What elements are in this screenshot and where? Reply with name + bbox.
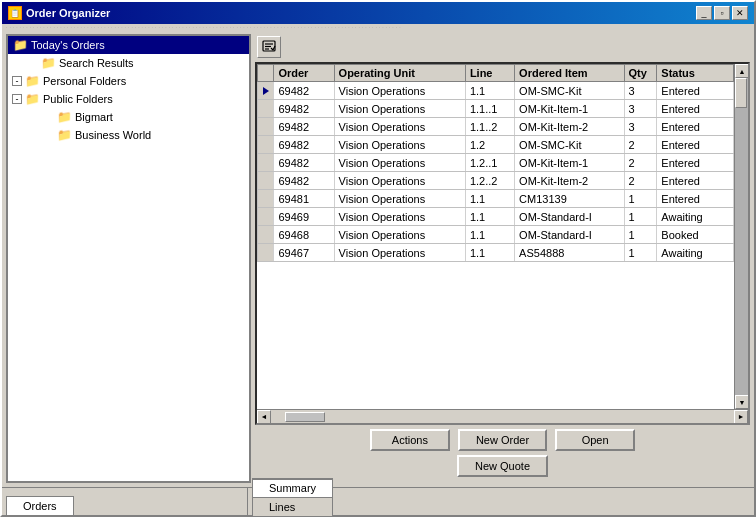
cell-qty: 1	[624, 208, 657, 226]
tree-label-bigmart: Bigmart	[75, 111, 113, 123]
cell-ordered-item: AS54888	[515, 244, 624, 262]
scroll-track[interactable]	[735, 78, 748, 395]
restore-button[interactable]: ▫	[714, 6, 730, 20]
cell-ordered-item: CM13139	[515, 190, 624, 208]
left-tab-area: Orders	[2, 488, 247, 515]
cell-operating-unit: Vision Operations	[334, 190, 465, 208]
table-row[interactable]: 69482Vision Operations1.1OM-SMC-Kit3Ente…	[258, 82, 734, 100]
table-row[interactable]: 69482Vision Operations1.2OM-SMC-Kit2Ente…	[258, 136, 734, 154]
folder-icon-business-world: 📁	[56, 128, 72, 142]
cell-line: 1.1	[465, 208, 514, 226]
tree-item-search-results[interactable]: 📁Search Results	[8, 54, 249, 72]
cell-status: Awaiting	[657, 244, 734, 262]
cell-operating-unit: Vision Operations	[334, 172, 465, 190]
row-selector-0	[258, 82, 274, 100]
bottom-area: Orders SummaryLines	[2, 487, 754, 515]
tree-expand-personal-folders[interactable]: -	[12, 76, 22, 86]
title-bar-controls: _ ▫ ✕	[696, 6, 748, 20]
row-selector-3	[258, 136, 274, 154]
cell-qty: 2	[624, 136, 657, 154]
row-selector-6	[258, 190, 274, 208]
cell-qty: 2	[624, 172, 657, 190]
cell-qty: 3	[624, 82, 657, 100]
cell-qty: 1	[624, 226, 657, 244]
table-container: OrderOperating UnitLineOrdered ItemQtySt…	[255, 62, 750, 425]
table-row[interactable]: 69482Vision Operations1.2..2OM-Kit-Item-…	[258, 172, 734, 190]
cell-order: 69481	[274, 190, 334, 208]
tree-item-business-world[interactable]: 📁Business World	[8, 126, 249, 144]
new-quote-button[interactable]: New Quote	[457, 455, 548, 477]
table-row[interactable]: 69468Vision Operations1.1OM-Standard-I1B…	[258, 226, 734, 244]
cell-status: Entered	[657, 172, 734, 190]
cell-line: 1.1..1	[465, 100, 514, 118]
col-header-qty: Qty	[624, 65, 657, 82]
cell-line: 1.2	[465, 136, 514, 154]
main-window: 📋 Order Organizer _ ▫ ✕ ················…	[0, 0, 756, 517]
scroll-thumb[interactable]	[735, 78, 747, 108]
actions-button[interactable]: Actions	[370, 429, 450, 451]
tree-label-search-results: Search Results	[59, 57, 134, 69]
tree-panel: 📁Today's Orders📁Search Results-📁Personal…	[6, 34, 251, 483]
cell-line: 1.1	[465, 190, 514, 208]
tree-label-todays-orders: Today's Orders	[31, 39, 105, 51]
col-header-order: Order	[274, 65, 334, 82]
scroll-down-arrow[interactable]: ▼	[735, 395, 748, 409]
folder-icon-todays-orders: 📁	[12, 38, 28, 52]
tree-item-bigmart[interactable]: 📁Bigmart	[8, 108, 249, 126]
hscroll-track[interactable]	[285, 412, 720, 422]
cell-ordered-item: OM-SMC-Kit	[515, 82, 624, 100]
tree-item-todays-orders[interactable]: 📁Today's Orders	[8, 36, 249, 54]
cell-ordered-item: OM-Kit-Item-2	[515, 118, 624, 136]
close-button[interactable]: ✕	[732, 6, 748, 20]
table-row[interactable]: 69482Vision Operations1.1..1OM-Kit-Item-…	[258, 100, 734, 118]
horizontal-scrollbar[interactable]: ◄ ►	[257, 409, 748, 423]
cell-operating-unit: Vision Operations	[334, 154, 465, 172]
scroll-up-arrow[interactable]: ▲	[735, 64, 748, 78]
tree-item-personal-folders[interactable]: -📁Personal Folders	[8, 72, 249, 90]
cell-qty: 1	[624, 244, 657, 262]
cell-ordered-item: OM-Standard-I	[515, 208, 624, 226]
row-selector-2	[258, 118, 274, 136]
open-button[interactable]: Open	[555, 429, 635, 451]
cell-status: Entered	[657, 136, 734, 154]
folder-icon-personal-folders: 📁	[24, 74, 40, 88]
left-tabs: Orders	[6, 496, 76, 515]
table-wrapper: OrderOperating UnitLineOrdered ItemQtySt…	[257, 64, 748, 409]
table-scroll[interactable]: OrderOperating UnitLineOrdered ItemQtySt…	[257, 64, 734, 409]
row-selector-1	[258, 100, 274, 118]
table-row[interactable]: 69482Vision Operations1.1..2OM-Kit-Item-…	[258, 118, 734, 136]
right-tab-area: SummaryLines	[247, 488, 754, 515]
minimize-button[interactable]: _	[696, 6, 712, 20]
table-row[interactable]: 69482Vision Operations1.2..1OM-Kit-Item-…	[258, 154, 734, 172]
orders-table: OrderOperating UnitLineOrdered ItemQtySt…	[257, 64, 734, 262]
left-tab-orders[interactable]: Orders	[6, 496, 74, 515]
vertical-scrollbar[interactable]: ▲ ▼	[734, 64, 748, 409]
right-tab-summary[interactable]: Summary	[252, 478, 333, 497]
cell-order: 69482	[274, 82, 334, 100]
right-panel: OrderOperating UnitLineOrdered ItemQtySt…	[255, 34, 750, 483]
button-row-1: Actions New Order Open	[255, 429, 750, 451]
new-order-button[interactable]: New Order	[458, 429, 547, 451]
table-row[interactable]: 69469Vision Operations1.1OM-Standard-I1A…	[258, 208, 734, 226]
cell-order: 69482	[274, 136, 334, 154]
cell-line: 1.1	[465, 244, 514, 262]
tree-item-public-folders[interactable]: -📁Public Folders	[8, 90, 249, 108]
cell-qty: 1	[624, 190, 657, 208]
cell-operating-unit: Vision Operations	[334, 244, 465, 262]
col-selector	[258, 65, 274, 82]
title-bar: 📋 Order Organizer _ ▫ ✕	[2, 2, 754, 24]
cell-order: 69482	[274, 154, 334, 172]
hscroll-thumb[interactable]	[285, 412, 325, 422]
cell-order: 69482	[274, 100, 334, 118]
tree-label-personal-folders: Personal Folders	[43, 75, 126, 87]
edit-icon-btn[interactable]	[257, 36, 281, 58]
scroll-left-arrow[interactable]: ◄	[257, 410, 271, 424]
cell-operating-unit: Vision Operations	[334, 100, 465, 118]
table-row[interactable]: 69467Vision Operations1.1AS548881Awaitin…	[258, 244, 734, 262]
right-tab-lines[interactable]: Lines	[252, 497, 333, 516]
tree-expand-public-folders[interactable]: -	[12, 94, 22, 104]
folder-icon-public-folders: 📁	[24, 92, 40, 106]
table-row[interactable]: 69481Vision Operations1.1CM131391Entered	[258, 190, 734, 208]
row-selector-8	[258, 226, 274, 244]
scroll-right-arrow[interactable]: ►	[734, 410, 748, 424]
